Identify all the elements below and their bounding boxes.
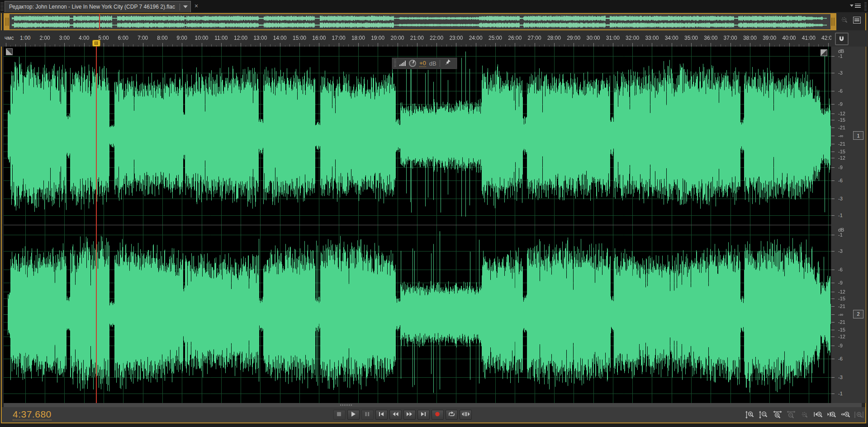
ruler-tick bbox=[143, 43, 143, 47]
playhead-grabber[interactable] bbox=[92, 40, 100, 47]
overview-zoom-out-full-icon[interactable] bbox=[840, 16, 849, 26]
tab-dropdown-icon[interactable] bbox=[183, 5, 188, 8]
view-corner-handle-left-icon[interactable] bbox=[6, 48, 13, 55]
scale-db-label: -21 bbox=[838, 319, 845, 325]
overview-range-selector[interactable] bbox=[4, 13, 836, 30]
skip-to-start-button[interactable] bbox=[375, 410, 388, 420]
timeline-ruler[interactable]: чмс 1:002:003:004:005:006:007:008:009:00… bbox=[0, 30, 831, 47]
view-corner-handle-right-icon[interactable] bbox=[821, 49, 827, 56]
ruler-minute-label: 11:00 bbox=[214, 35, 228, 41]
panel-menu-icon[interactable] bbox=[850, 4, 861, 8]
ruler-tick bbox=[632, 43, 633, 47]
hud-pin-icon[interactable] bbox=[443, 58, 453, 68]
scale-db-label: -12 bbox=[838, 289, 845, 294]
ruler-tick bbox=[64, 43, 65, 47]
channel-divider[interactable] bbox=[4, 225, 862, 225]
ruler-minute-label: 39:00 bbox=[763, 35, 776, 41]
ruler-minute-label: 9:00 bbox=[177, 35, 187, 41]
waveform-channel-2-canvas[interactable] bbox=[4, 225, 831, 403]
zoom-to-selection-button[interactable] bbox=[840, 410, 851, 420]
tab-separator bbox=[180, 4, 180, 10]
channel-1-selector[interactable]: 1 bbox=[853, 131, 863, 140]
zoom-in-at-out-point-button[interactable] bbox=[826, 410, 837, 420]
ruler-tick bbox=[398, 43, 398, 47]
ruler-minute-label: 13:00 bbox=[253, 35, 267, 41]
scale-db-label: -1 bbox=[838, 213, 843, 218]
zoom-out-time-button bbox=[785, 410, 797, 420]
ruler-tick bbox=[554, 43, 555, 47]
scale-db-label: -∞ bbox=[838, 133, 844, 138]
zoom-in-amplitude-button[interactable] bbox=[745, 410, 756, 420]
scale-db-label: -9 bbox=[838, 343, 843, 348]
scale-db-label: -3 bbox=[838, 70, 843, 76]
ruler-minute-label: 10:00 bbox=[194, 35, 208, 41]
ruler-minute-label: 40:00 bbox=[782, 35, 796, 41]
skip-to-end-button[interactable] bbox=[417, 410, 430, 420]
ruler-tick bbox=[123, 43, 123, 47]
scale-db-label: -∞ bbox=[838, 312, 844, 317]
overview-left-handle[interactable] bbox=[5, 14, 9, 29]
scale-db-label: -12 bbox=[838, 111, 845, 116]
playhead-line[interactable] bbox=[96, 47, 97, 403]
zoom-in-time-button[interactable] bbox=[772, 410, 783, 420]
splitter-grip-icon[interactable] bbox=[340, 404, 352, 406]
ruler-tick bbox=[280, 43, 280, 47]
tab-editor[interactable]: Редактор: John Lennon - Live In New York… bbox=[5, 1, 191, 12]
ruler-minute-label: 6:00 bbox=[118, 35, 128, 41]
ruler-minute-label: 19:00 bbox=[371, 35, 384, 41]
hud-drag-grip-icon[interactable] bbox=[394, 60, 396, 67]
waveform-channel-1-canvas[interactable] bbox=[4, 47, 831, 225]
overview-playhead[interactable] bbox=[99, 14, 100, 29]
ruler-minute-label: 25:00 bbox=[489, 35, 502, 41]
ruler-tick bbox=[45, 43, 45, 47]
ruler-minute-label: 14:00 bbox=[273, 35, 287, 41]
record-button[interactable] bbox=[432, 410, 444, 420]
scale-db-label: -6 bbox=[838, 356, 843, 361]
scale-db-label: -3 bbox=[838, 248, 843, 254]
skip-selection-button[interactable] bbox=[460, 410, 472, 420]
scale-db-label: -1 bbox=[838, 391, 843, 396]
scale-db-label: -15 bbox=[838, 327, 845, 332]
zoom-out-full-button bbox=[799, 410, 810, 420]
ruler-tick bbox=[535, 43, 535, 47]
scale-db-label: -15 bbox=[838, 296, 845, 301]
zoom-toolbar bbox=[745, 410, 864, 420]
scale-db-label: -15 bbox=[838, 149, 845, 154]
scale-db-label: -12 bbox=[838, 334, 845, 339]
fast-forward-button[interactable] bbox=[403, 410, 416, 420]
channel-2-selector[interactable]: 2 bbox=[853, 310, 863, 318]
ruler-minute-label: 30:00 bbox=[586, 35, 600, 41]
overview-options-icon[interactable] bbox=[853, 17, 861, 24]
playhead-time-display[interactable]: 4:37.680 bbox=[13, 409, 52, 420]
hud-gain-knob[interactable] bbox=[409, 60, 416, 67]
rewind-button[interactable] bbox=[389, 410, 402, 420]
ruler-tick bbox=[202, 43, 202, 47]
snap-toggle-button[interactable] bbox=[835, 33, 849, 45]
scale-db-label: -3 bbox=[838, 375, 843, 380]
overview-right-handle[interactable] bbox=[830, 14, 835, 29]
hud-gain-value[interactable]: +0 bbox=[419, 60, 426, 67]
ruler-minute-label: 18:00 bbox=[351, 35, 365, 41]
ruler-minute-label: 28:00 bbox=[547, 35, 561, 41]
panel-drag-grip-icon[interactable] bbox=[0, 1, 4, 11]
ruler-minute-label: 22:00 bbox=[430, 35, 443, 41]
ruler-minute-label: 15:00 bbox=[293, 35, 306, 41]
scale-db-label: -9 bbox=[838, 101, 843, 107]
ruler-minute-label: 3:00 bbox=[59, 35, 70, 41]
play-button[interactable] bbox=[347, 410, 360, 420]
stop-button bbox=[333, 410, 346, 420]
panel-edge-grip-icon[interactable] bbox=[864, 1, 867, 11]
ruler-tick bbox=[613, 43, 613, 47]
amplitude-scale[interactable]: dB-1-1-3-3-6-6-9-9-12-12-15-15-21-21-∞1d… bbox=[831, 47, 866, 403]
scale-db-label: -15 bbox=[838, 117, 845, 123]
ruler-tick bbox=[417, 43, 417, 47]
zoom-out-amplitude-button[interactable] bbox=[758, 410, 769, 420]
overview-waveform-canvas[interactable] bbox=[9, 14, 830, 29]
tab-close-icon[interactable]: × bbox=[194, 2, 198, 9]
tab-bar: Редактор: John Lennon - Live In New York… bbox=[0, 0, 868, 12]
ruler-right-block bbox=[831, 30, 868, 47]
ruler-tick bbox=[104, 43, 104, 47]
pause-button bbox=[361, 410, 374, 420]
loop-playback-button[interactable] bbox=[446, 410, 458, 420]
zoom-in-at-in-point-button[interactable] bbox=[812, 410, 824, 420]
